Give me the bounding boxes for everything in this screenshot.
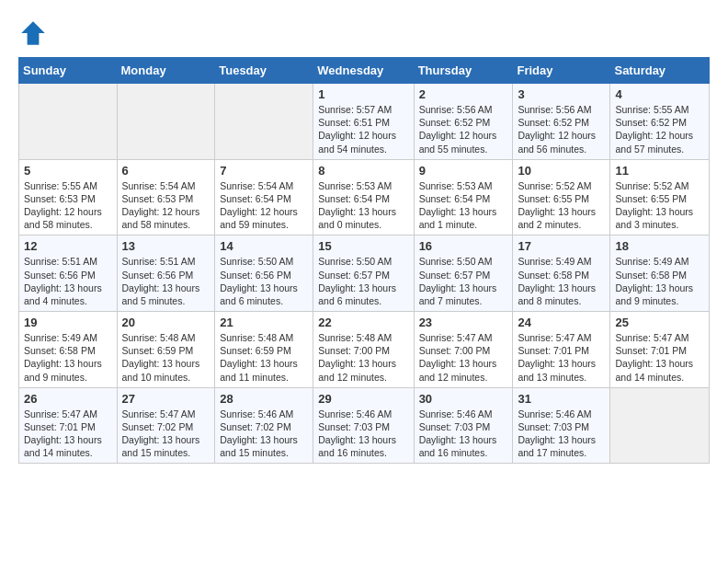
day-number: 25	[615, 316, 704, 329]
calendar-cell: 21Sunrise: 5:48 AM Sunset: 6:59 PM Dayli…	[215, 312, 313, 388]
day-info: Sunrise: 5:47 AM Sunset: 7:01 PM Dayligh…	[24, 408, 112, 460]
calendar-cell	[610, 387, 710, 464]
day-info: Sunrise: 5:57 AM Sunset: 6:51 PM Dayligh…	[318, 103, 408, 155]
day-number: 17	[518, 239, 605, 253]
calendar-cell: 10Sunrise: 5:52 AM Sunset: 6:55 PM Dayli…	[513, 159, 610, 236]
calendar-cell: 13Sunrise: 5:51 AM Sunset: 6:56 PM Dayli…	[117, 236, 215, 312]
calendar-week-row: 5Sunrise: 5:55 AM Sunset: 6:53 PM Daylig…	[19, 159, 710, 236]
weekday-header-tuesday: Tuesday	[215, 58, 313, 84]
weekday-header-friday: Friday	[513, 58, 610, 84]
day-number: 6	[122, 164, 210, 178]
day-number: 4	[615, 87, 704, 101]
calendar-cell: 27Sunrise: 5:47 AM Sunset: 7:02 PM Dayli…	[117, 387, 215, 464]
calendar-week-row: 1Sunrise: 5:57 AM Sunset: 6:51 PM Daylig…	[19, 84, 710, 160]
calendar-cell: 20Sunrise: 5:48 AM Sunset: 6:59 PM Dayli…	[117, 312, 215, 388]
day-info: Sunrise: 5:47 AM Sunset: 7:02 PM Dayligh…	[122, 408, 210, 460]
day-info: Sunrise: 5:50 AM Sunset: 6:57 PM Dayligh…	[318, 255, 408, 307]
day-number: 15	[318, 239, 408, 253]
day-number: 26	[24, 392, 112, 406]
calendar-cell: 31Sunrise: 5:46 AM Sunset: 7:03 PM Dayli…	[513, 387, 610, 464]
calendar-cell: 11Sunrise: 5:52 AM Sunset: 6:55 PM Dayli…	[610, 159, 710, 236]
day-info: Sunrise: 5:48 AM Sunset: 7:00 PM Dayligh…	[318, 331, 408, 384]
day-info: Sunrise: 5:55 AM Sunset: 6:53 PM Dayligh…	[24, 179, 112, 232]
day-number: 22	[318, 316, 408, 329]
calendar-cell: 12Sunrise: 5:51 AM Sunset: 6:56 PM Dayli…	[19, 236, 118, 312]
day-number: 12	[24, 239, 112, 253]
calendar-cell: 14Sunrise: 5:50 AM Sunset: 6:56 PM Dayli…	[215, 236, 313, 312]
day-info: Sunrise: 5:49 AM Sunset: 6:58 PM Dayligh…	[615, 255, 704, 307]
day-number: 7	[220, 164, 308, 178]
day-info: Sunrise: 5:49 AM Sunset: 6:58 PM Dayligh…	[518, 255, 605, 307]
day-info: Sunrise: 5:56 AM Sunset: 6:52 PM Dayligh…	[419, 103, 508, 155]
day-number: 1	[318, 87, 408, 101]
calendar-cell	[215, 84, 313, 160]
calendar-cell	[19, 84, 118, 160]
page-header	[18, 18, 710, 48]
day-info: Sunrise: 5:54 AM Sunset: 6:53 PM Dayligh…	[122, 179, 210, 232]
day-number: 16	[419, 239, 508, 253]
weekday-header-wednesday: Wednesday	[313, 58, 414, 84]
calendar-cell: 5Sunrise: 5:55 AM Sunset: 6:53 PM Daylig…	[19, 159, 118, 236]
calendar-cell: 6Sunrise: 5:54 AM Sunset: 6:53 PM Daylig…	[117, 159, 215, 236]
day-info: Sunrise: 5:48 AM Sunset: 6:59 PM Dayligh…	[122, 331, 210, 384]
day-number: 11	[615, 164, 704, 178]
day-number: 3	[518, 87, 605, 101]
day-info: Sunrise: 5:46 AM Sunset: 7:03 PM Dayligh…	[419, 408, 508, 460]
day-info: Sunrise: 5:47 AM Sunset: 7:00 PM Dayligh…	[419, 331, 508, 384]
calendar-cell: 3Sunrise: 5:56 AM Sunset: 6:52 PM Daylig…	[513, 84, 610, 160]
day-info: Sunrise: 5:55 AM Sunset: 6:52 PM Dayligh…	[615, 103, 704, 155]
calendar-cell	[117, 84, 215, 160]
day-info: Sunrise: 5:47 AM Sunset: 7:01 PM Dayligh…	[615, 331, 704, 384]
calendar-cell: 1Sunrise: 5:57 AM Sunset: 6:51 PM Daylig…	[313, 84, 414, 160]
day-info: Sunrise: 5:46 AM Sunset: 7:03 PM Dayligh…	[318, 408, 408, 460]
calendar-cell: 25Sunrise: 5:47 AM Sunset: 7:01 PM Dayli…	[610, 312, 710, 388]
calendar-cell: 17Sunrise: 5:49 AM Sunset: 6:58 PM Dayli…	[513, 236, 610, 312]
calendar-cell: 7Sunrise: 5:54 AM Sunset: 6:54 PM Daylig…	[215, 159, 313, 236]
calendar-cell: 26Sunrise: 5:47 AM Sunset: 7:01 PM Dayli…	[19, 387, 118, 464]
day-info: Sunrise: 5:56 AM Sunset: 6:52 PM Dayligh…	[518, 103, 605, 155]
day-info: Sunrise: 5:53 AM Sunset: 6:54 PM Dayligh…	[419, 179, 508, 232]
day-info: Sunrise: 5:53 AM Sunset: 6:54 PM Dayligh…	[318, 179, 408, 232]
weekday-header-row: SundayMondayTuesdayWednesdayThursdayFrid…	[19, 58, 710, 84]
day-info: Sunrise: 5:51 AM Sunset: 6:56 PM Dayligh…	[122, 255, 210, 307]
calendar-cell: 15Sunrise: 5:50 AM Sunset: 6:57 PM Dayli…	[313, 236, 414, 312]
day-number: 2	[419, 87, 508, 101]
day-number: 29	[318, 392, 408, 406]
day-info: Sunrise: 5:50 AM Sunset: 6:57 PM Dayligh…	[419, 255, 508, 307]
day-number: 10	[518, 164, 605, 178]
weekday-header-thursday: Thursday	[414, 58, 513, 84]
day-number: 31	[518, 392, 605, 406]
day-info: Sunrise: 5:52 AM Sunset: 6:55 PM Dayligh…	[615, 179, 704, 232]
day-number: 14	[220, 239, 308, 253]
day-number: 21	[220, 316, 308, 329]
day-number: 24	[518, 316, 605, 329]
day-number: 30	[419, 392, 508, 406]
day-info: Sunrise: 5:46 AM Sunset: 7:02 PM Dayligh…	[220, 408, 308, 460]
day-number: 18	[615, 239, 704, 253]
day-info: Sunrise: 5:51 AM Sunset: 6:56 PM Dayligh…	[24, 255, 112, 307]
logo-icon	[18, 18, 48, 48]
weekday-header-saturday: Saturday	[610, 58, 710, 84]
calendar-cell: 18Sunrise: 5:49 AM Sunset: 6:58 PM Dayli…	[610, 236, 710, 312]
calendar-cell: 8Sunrise: 5:53 AM Sunset: 6:54 PM Daylig…	[313, 159, 414, 236]
day-number: 28	[220, 392, 308, 406]
day-number: 8	[318, 164, 408, 178]
day-number: 5	[24, 164, 112, 178]
day-number: 23	[419, 316, 508, 329]
day-info: Sunrise: 5:48 AM Sunset: 6:59 PM Dayligh…	[220, 331, 308, 384]
day-info: Sunrise: 5:54 AM Sunset: 6:54 PM Dayligh…	[220, 179, 308, 232]
calendar-cell: 29Sunrise: 5:46 AM Sunset: 7:03 PM Dayli…	[313, 387, 414, 464]
calendar-cell: 4Sunrise: 5:55 AM Sunset: 6:52 PM Daylig…	[610, 84, 710, 160]
day-number: 13	[122, 239, 210, 253]
calendar-week-row: 26Sunrise: 5:47 AM Sunset: 7:01 PM Dayli…	[19, 387, 710, 464]
calendar-table: SundayMondayTuesdayWednesdayThursdayFrid…	[18, 57, 710, 464]
svg-marker-0	[21, 21, 45, 45]
calendar-cell: 24Sunrise: 5:47 AM Sunset: 7:01 PM Dayli…	[513, 312, 610, 388]
logo	[18, 18, 51, 48]
calendar-cell: 28Sunrise: 5:46 AM Sunset: 7:02 PM Dayli…	[215, 387, 313, 464]
day-number: 20	[122, 316, 210, 329]
day-number: 19	[24, 316, 112, 329]
day-info: Sunrise: 5:46 AM Sunset: 7:03 PM Dayligh…	[518, 408, 605, 460]
day-number: 9	[419, 164, 508, 178]
day-info: Sunrise: 5:52 AM Sunset: 6:55 PM Dayligh…	[518, 179, 605, 232]
